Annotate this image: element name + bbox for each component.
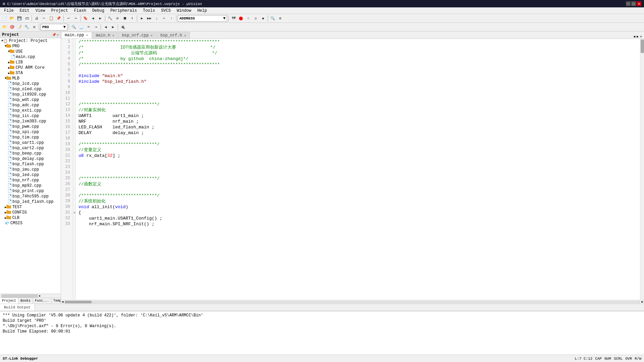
- panel-tab-project[interactable]: Project: [0, 298, 18, 304]
- nav-fwd-btn[interactable]: ▶: [97, 15, 104, 22]
- breakpoint-btn[interactable]: ⬤: [237, 15, 244, 22]
- tree-node-8[interactable]: bsp_lcd.cpp: [0, 81, 61, 86]
- tree-node-33[interactable]: ▶ CLB: [0, 215, 61, 221]
- rebuild-btn[interactable]: ⚙: [114, 15, 121, 22]
- next-loc-btn[interactable]: ▶: [110, 24, 116, 31]
- toggle-bp-btn[interactable]: ◆: [260, 15, 266, 22]
- tree-node-5[interactable]: ▶ CPU ARM Core: [0, 65, 61, 70]
- external-tools-btn[interactable]: 🔌: [119, 24, 126, 31]
- tree-node-20[interactable]: bsp_uart2.cpp: [0, 145, 61, 151]
- build-btn[interactable]: 🔨: [107, 15, 113, 22]
- undo-btn[interactable]: ↩: [65, 15, 72, 22]
- save-btn[interactable]: 💾: [16, 15, 23, 22]
- stop-btn[interactable]: ⏹: [121, 15, 128, 22]
- tree-node-26[interactable]: bsp_nrf.cpp: [0, 178, 61, 183]
- tree-node-4[interactable]: ▶ LIB: [0, 60, 61, 65]
- menu-item-view[interactable]: View: [33, 8, 48, 13]
- tree-node-31[interactable]: ▶ TEST: [0, 204, 61, 210]
- en-bp-btn[interactable]: ◇: [252, 15, 259, 22]
- panel-tab-books[interactable]: Books: [18, 298, 33, 304]
- paste-btn[interactable]: 📌: [55, 15, 62, 22]
- run-btn[interactable]: ▶▶: [146, 15, 153, 22]
- close-button[interactable]: ✕: [637, 1, 641, 6]
- menu-item-svcs[interactable]: SVCS: [158, 8, 173, 13]
- options-btn[interactable]: ⚙: [31, 24, 38, 31]
- address-input[interactable]: [196, 16, 223, 20]
- target-dropdown[interactable]: ▼: [63, 25, 66, 29]
- step-btn[interactable]: ↓: [153, 15, 160, 22]
- project-manage-btn[interactable]: 📁: [1, 24, 8, 31]
- scroll-right-btn[interactable]: ▶: [641, 300, 644, 304]
- open-btn[interactable]: 📂: [9, 15, 15, 22]
- menu-item-edit[interactable]: Edit: [17, 8, 32, 13]
- tree-node-32[interactable]: ▶ CONFIG: [0, 210, 61, 215]
- indent-btn[interactable]: ⇥: [93, 24, 99, 31]
- tab-main-cpp[interactable]: main.cpp ✕: [61, 32, 92, 39]
- bookmark-btn[interactable]: 🔖: [82, 15, 89, 22]
- prev-loc-btn[interactable]: ◀: [102, 24, 109, 31]
- target-selector[interactable]: PRO ▼: [41, 24, 67, 31]
- panel-tab-temp[interactable]: Temp...: [51, 298, 61, 304]
- bottom-tab-build[interactable]: Build Output: [0, 304, 35, 311]
- address-box[interactable]: ADDRESS ▼: [178, 15, 227, 22]
- download-btn[interactable]: ⬇: [129, 15, 136, 22]
- search-icon[interactable]: 🔍: [70, 24, 77, 31]
- tree-node-29[interactable]: bsp_74hc595.cpp: [0, 194, 61, 199]
- tab-close-main-cpp[interactable]: ✕: [86, 33, 88, 37]
- tree-node-25[interactable]: bsp_led.cpp: [0, 172, 61, 178]
- tree-node-1[interactable]: ▼ PRO: [0, 44, 61, 49]
- open-editor-btn[interactable]: 📝: [16, 24, 23, 31]
- menu-item-peripherals[interactable]: Peripherals: [108, 8, 140, 13]
- tree-node-27[interactable]: bsp_mp92.cpp: [0, 183, 61, 188]
- tab-close-bsp-nrf-h[interactable]: ✕: [184, 34, 186, 38]
- tab-close-bsp-nrf-cpp[interactable]: ✕: [151, 34, 153, 38]
- menu-item-tools[interactable]: Tools: [140, 8, 158, 13]
- tree-node-10[interactable]: bsp_lt8920.cpp: [0, 92, 61, 97]
- debug-btn[interactable]: ▶: [139, 15, 145, 22]
- tab-close-main-h[interactable]: ✕: [112, 34, 114, 38]
- tree-node-17[interactable]: bsp_spi.cpp: [0, 129, 61, 135]
- tree-node-11[interactable]: bsp_wdt.cpp: [0, 97, 61, 103]
- menu-item-window[interactable]: Window: [174, 8, 194, 13]
- panel-tab-func[interactable]: Func...: [33, 298, 51, 304]
- panel-close-btn[interactable]: ✕: [57, 33, 59, 37]
- menu-item-project[interactable]: Project: [48, 8, 70, 13]
- tree-node-16[interactable]: bsp_pwm.cpp: [0, 124, 61, 129]
- tab-close-all[interactable]: ✕: [639, 35, 643, 39]
- tree-node-21[interactable]: bsp_beep.cpp: [0, 151, 61, 156]
- tree-node-24[interactable]: bsp_imu.cpp: [0, 167, 61, 172]
- clear-bp-btn[interactable]: ○: [245, 15, 252, 22]
- tree-node-28[interactable]: bsp_print.cpp: [0, 188, 61, 194]
- tree-node-3[interactable]: main.cpp: [0, 54, 61, 60]
- print-btn[interactable]: 🖨: [33, 15, 40, 22]
- editor-vertical-scrollbar[interactable]: [640, 39, 644, 300]
- tab-bsp-nrf-cpp[interactable]: bsp_nrf.cpp ✕: [118, 32, 156, 39]
- new-file-btn[interactable]: 📄: [1, 15, 8, 22]
- menu-item-file[interactable]: File: [1, 8, 16, 13]
- scroll-right-btn[interactable]: ▶: [39, 294, 41, 297]
- restore-button[interactable]: □: [631, 1, 636, 6]
- mem-map-btn[interactable]: 🗺: [230, 15, 237, 22]
- tree-node-19[interactable]: bsp_uart1.cpp: [0, 140, 61, 145]
- settings-btn[interactable]: ⚙: [277, 15, 283, 22]
- step-over-btn[interactable]: ↷: [161, 15, 167, 22]
- menu-item-debug[interactable]: Debug: [90, 8, 107, 13]
- address-dropdown[interactable]: ▼: [223, 16, 225, 21]
- tree-node-30[interactable]: bsp_led_flash.cpp: [0, 199, 61, 204]
- select-target-btn[interactable]: 🎯: [9, 24, 15, 31]
- tab-scroll-left[interactable]: ◀: [633, 35, 636, 39]
- manage-btn[interactable]: 🔧: [23, 24, 30, 31]
- tree-node-34[interactable]: 💎CMSIS: [0, 221, 61, 226]
- nav-back-btn[interactable]: ◀: [90, 15, 96, 22]
- tree-node-18[interactable]: bsp_tim.cpp: [0, 135, 61, 140]
- tree-node-7[interactable]: ▼ MLB: [0, 76, 61, 81]
- tree-node-15[interactable]: bsp_lsm303.cpp: [0, 119, 61, 124]
- zoom-btn[interactable]: 🔍: [269, 15, 276, 22]
- save-all-btn[interactable]: 🗃: [23, 15, 30, 22]
- code-area[interactable]: /***************************************…: [76, 39, 640, 300]
- tab-bsp-nrf-h[interactable]: bsp_nrf.h ✕: [157, 32, 190, 39]
- copy-btn[interactable]: 📋: [48, 15, 55, 22]
- horizontal-scrollbar[interactable]: ◀ ▶: [61, 300, 644, 304]
- source-view-btn[interactable]: 📃: [78, 24, 85, 31]
- tab-main-h[interactable]: main.h ✕: [92, 32, 118, 39]
